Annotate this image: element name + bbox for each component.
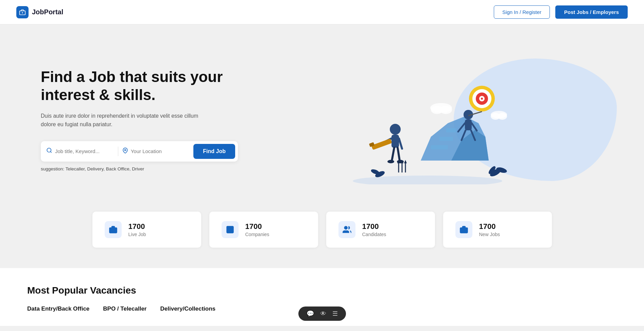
- stat-label-companies: Companies: [245, 232, 269, 237]
- svg-rect-10: [439, 137, 453, 141]
- stat-number-companies: 1700: [245, 222, 269, 231]
- stat-card-new-jobs: 1700 New Jobs: [443, 212, 552, 248]
- post-jobs-button[interactable]: Post Jobs / Employers: [555, 5, 628, 19]
- stat-icon-candidates: [338, 221, 355, 238]
- search-bar: Find Job: [41, 141, 238, 162]
- hero-section: Find a Job that suits your interest & sk…: [0, 24, 644, 208]
- svg-point-3: [47, 148, 51, 152]
- stat-card-live-job: 1700 Live Job: [92, 212, 201, 248]
- job-search-input[interactable]: [55, 148, 115, 154]
- location-input[interactable]: [131, 148, 191, 154]
- svg-line-33: [399, 138, 402, 149]
- find-job-button[interactable]: Find Job: [193, 144, 235, 159]
- svg-line-34: [392, 148, 394, 161]
- stats-grid: 1700 Live Job 1700 Companies: [27, 212, 617, 248]
- stat-info-live-job: 1700 Live Job: [128, 222, 146, 237]
- hero-title: Find a Job that suits your interest & sk…: [41, 68, 238, 104]
- svg-point-22: [481, 98, 483, 100]
- svg-point-6: [353, 176, 502, 184]
- toolbar-menu-button[interactable]: ☰: [332, 310, 338, 317]
- logo-icon: [16, 6, 29, 18]
- logo: JobPortal: [16, 6, 63, 18]
- stat-number-candidates: 1700: [362, 222, 386, 231]
- stat-label-candidates: Candidates: [362, 232, 386, 237]
- svg-line-4: [50, 152, 51, 153]
- svg-rect-38: [371, 138, 392, 150]
- svg-rect-51: [109, 228, 117, 233]
- svg-rect-31: [391, 135, 399, 148]
- stat-label-live-job: Live Job: [128, 232, 146, 237]
- stats-section: 1700 Live Job 1700 Companies: [0, 208, 644, 268]
- svg-rect-52: [227, 226, 233, 233]
- hero-content: Find a Job that suits your interest & sk…: [41, 68, 238, 171]
- stat-info-new-jobs: 1700 New Jobs: [479, 222, 500, 237]
- svg-point-54: [344, 226, 347, 229]
- svg-rect-13: [465, 119, 472, 130]
- toolbar-eye-button[interactable]: 👁: [320, 310, 326, 317]
- stat-info-candidates: 1700 Candidates: [362, 222, 386, 237]
- nav-actions: Sign In / Register Post Jobs / Employers: [494, 5, 628, 19]
- suggestion-values: Telecaller, Delivery, Back Office, Drive…: [66, 166, 144, 171]
- svg-marker-44: [404, 160, 407, 163]
- svg-point-30: [390, 124, 401, 135]
- svg-rect-9: [431, 145, 448, 149]
- stat-card-companies: 1700 Companies: [209, 212, 318, 248]
- stat-icon-live-job: [105, 221, 122, 238]
- stat-number-new-jobs: 1700: [479, 222, 500, 231]
- search-divider: [118, 147, 118, 156]
- hero-illustration: [238, 52, 617, 188]
- search-icon: [46, 147, 52, 155]
- floating-toolbar: 💬 👁 ☰: [298, 307, 346, 321]
- stat-label-new-jobs: New Jobs: [479, 232, 500, 237]
- svg-point-29: [498, 113, 507, 120]
- popular-item-0[interactable]: Data Entry/Back Office: [27, 305, 89, 312]
- hero-subtitle: Duis aute irure dolor in reprehenderit i…: [41, 112, 204, 129]
- svg-point-26: [440, 106, 452, 114]
- stat-card-candidates: 1700 Candidates: [326, 212, 435, 248]
- signin-button[interactable]: Sign In / Register: [494, 5, 550, 19]
- search-suggestions: suggestion: Telecaller, Delivery, Back O…: [41, 166, 238, 171]
- stat-icon-companies: [222, 221, 239, 238]
- suggestion-prefix: suggestion:: [41, 166, 64, 171]
- stat-number-live-job: 1700: [128, 222, 146, 231]
- logo-text: JobPortal: [32, 8, 63, 16]
- popular-item-1[interactable]: BPO / Telecaller: [103, 305, 146, 312]
- svg-point-5: [124, 149, 126, 151]
- svg-point-36: [387, 160, 394, 163]
- svg-line-35: [398, 148, 400, 161]
- stat-icon-new-jobs: [455, 221, 472, 238]
- hero-svg: [343, 55, 512, 184]
- location-icon: [122, 148, 128, 155]
- stat-info-companies: 1700 Companies: [245, 222, 269, 237]
- svg-rect-11: [446, 128, 456, 132]
- popular-section-title: Most Popular Vacancies: [27, 285, 617, 296]
- popular-item-2[interactable]: Delivery/Collections: [160, 305, 216, 312]
- navbar: JobPortal Sign In / Register Post Jobs /…: [0, 0, 644, 24]
- toolbar-comment-button[interactable]: 💬: [307, 310, 314, 317]
